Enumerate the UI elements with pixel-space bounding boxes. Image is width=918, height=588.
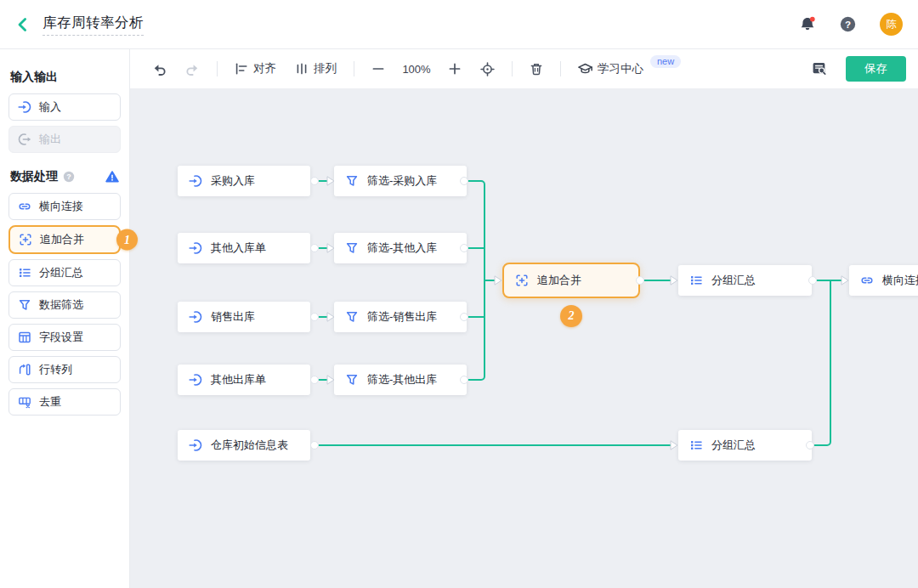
help-button[interactable]: ?: [840, 16, 856, 32]
node-label: 筛选-采购入库: [367, 173, 437, 189]
zoom-out-button[interactable]: [368, 59, 388, 79]
step-2-badge: 2: [560, 305, 582, 327]
node-input-other-outbound[interactable]: 其他出库单: [178, 365, 310, 395]
sidebar-item-horizontal-join[interactable]: 横向连接: [8, 193, 121, 220]
sidebar-item-row-to-column[interactable]: 行转列: [8, 356, 121, 383]
redo-button: [182, 59, 203, 80]
redo-icon: [185, 62, 200, 76]
svg-text:?: ?: [845, 19, 851, 30]
zoom-level[interactable]: 100%: [397, 63, 436, 76]
io-section-title: 输入输出: [10, 70, 119, 85]
node-filter-other-inbound[interactable]: 筛选-其他入库: [334, 233, 467, 263]
input-icon: [189, 438, 202, 452]
sidebar-item-input[interactable]: 输入: [8, 93, 121, 121]
dedupe-icon: [18, 395, 31, 409]
sidebar-item-label: 分组汇总: [39, 265, 83, 280]
back-button[interactable]: [12, 14, 34, 36]
node-label: 筛选-其他出库: [367, 372, 437, 387]
output-icon: [18, 133, 31, 146]
node-filter-other-outbound[interactable]: 筛选-其他出库: [334, 365, 467, 395]
warning-triangle-icon[interactable]: [105, 170, 119, 184]
arrange-icon: [295, 62, 309, 76]
preview-icon: [812, 61, 827, 76]
flow-canvas[interactable]: 采购入库 筛选-采购入库 其他入库单 筛选-其他入库 销售出库 筛选-销售出库: [130, 89, 918, 588]
delete-button[interactable]: [526, 59, 547, 79]
filter-icon: [345, 373, 359, 387]
sidebar-item-field-settings[interactable]: 字段设置: [8, 324, 121, 351]
node-label: 分组汇总: [711, 438, 756, 453]
notifications-button[interactable]: [799, 16, 816, 32]
toolbar-divider: [354, 61, 354, 76]
minus-icon: [371, 62, 385, 76]
node-group-summary-bottom[interactable]: 分组汇总: [678, 430, 812, 461]
sidebar-item-label: 行转列: [39, 362, 72, 377]
node-horizontal-join[interactable]: 横向连接: [849, 265, 918, 296]
append-merge-icon: [19, 233, 32, 246]
canvas-toolbar: 对齐 排列 100%: [130, 49, 918, 89]
app-header: 库存周转率分析 ? 陈: [0, 0, 918, 49]
connection-port[interactable]: [311, 376, 319, 384]
toolbar-divider: [560, 61, 561, 76]
node-label: 横向连接: [882, 273, 918, 288]
node-filter-purchase-inbound[interactable]: 筛选-采购入库: [334, 166, 467, 196]
bell-icon: [799, 16, 816, 32]
group-summary-icon: [689, 438, 703, 452]
crosshair-icon: [480, 62, 495, 76]
zoom-in-button[interactable]: [445, 59, 465, 79]
row-to-column-icon: [18, 363, 31, 376]
undo-button[interactable]: [149, 59, 170, 80]
trash-icon: [530, 62, 543, 76]
sidebar-item-data-filter[interactable]: 数据筛选: [8, 291, 121, 319]
user-avatar[interactable]: 陈: [880, 13, 903, 36]
node-filter-sales-outbound[interactable]: 筛选-销售出库: [334, 302, 467, 332]
input-icon: [18, 100, 31, 114]
save-button[interactable]: 保存: [846, 56, 906, 82]
node-input-sales-outbound[interactable]: 销售出库: [178, 302, 310, 332]
node-input-warehouse-initial[interactable]: 仓库初始信息表: [178, 430, 310, 461]
arrange-label: 排列: [314, 61, 337, 76]
node-label: 仓库初始信息表: [211, 438, 288, 453]
undo-icon: [152, 62, 167, 76]
input-icon: [189, 310, 202, 324]
input-icon: [189, 174, 202, 188]
learning-center-button[interactable]: 学习中心 new: [575, 58, 684, 80]
io-section-label: 输入输出: [10, 70, 58, 85]
section-help-icon[interactable]: ?: [63, 171, 75, 183]
svg-text:?: ?: [66, 172, 71, 181]
sidebar-item-dedupe[interactable]: 去重: [8, 388, 121, 416]
node-label: 追加合并: [537, 273, 581, 288]
group-summary-icon: [18, 266, 31, 280]
data-preview-button[interactable]: [808, 58, 830, 80]
group-summary-icon: [689, 274, 703, 287]
node-input-other-inbound[interactable]: 其他入库单: [178, 233, 310, 263]
sidebar-item-group-summary[interactable]: 分组汇总: [8, 259, 121, 286]
align-button[interactable]: 对齐: [231, 58, 280, 80]
connection-port[interactable]: [311, 178, 319, 185]
step-1-badge: 1: [116, 229, 138, 251]
sidebar-item-label: 输入: [39, 99, 61, 115]
sidebar-item-label: 数据筛选: [39, 297, 83, 313]
link-icon: [860, 274, 874, 287]
filter-icon: [345, 310, 359, 324]
node-label: 分组汇总: [711, 273, 756, 288]
sidebar-item-append-merge[interactable]: 追加合并 1: [8, 225, 121, 254]
connection-port[interactable]: [311, 442, 319, 449]
node-label: 采购入库: [211, 173, 255, 189]
node-group-summary-top[interactable]: 分组汇总: [678, 265, 812, 296]
connection-port[interactable]: [311, 314, 319, 321]
plus-icon: [448, 62, 462, 76]
sidebar: 输入输出 输入 输出 数据处理 ?: [0, 49, 130, 588]
back-chevron-icon: [14, 16, 31, 33]
connection-port[interactable]: [311, 245, 319, 252]
toolbar-divider: [512, 61, 513, 76]
node-label: 其他出库单: [211, 372, 266, 387]
locate-button[interactable]: [477, 59, 498, 80]
page-title[interactable]: 库存周转率分析: [42, 14, 144, 36]
node-append-merge[interactable]: 追加合并: [502, 263, 640, 298]
link-icon: [18, 200, 31, 213]
arrange-button[interactable]: 排列: [292, 58, 340, 80]
filter-icon: [345, 241, 359, 255]
input-icon: [189, 241, 202, 255]
processing-section-label: 数据处理: [10, 169, 58, 184]
node-input-purchase-inbound[interactable]: 采购入库: [178, 166, 310, 196]
